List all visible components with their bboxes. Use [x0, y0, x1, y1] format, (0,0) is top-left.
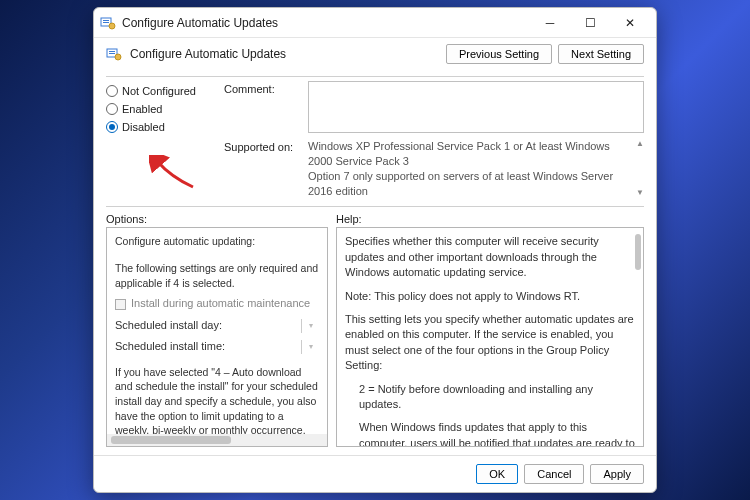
- sched-day-dropdown[interactable]: ▾: [301, 319, 319, 333]
- help-paragraph: Note: This policy does not apply to Wind…: [345, 289, 635, 304]
- apply-button[interactable]: Apply: [590, 464, 644, 484]
- help-paragraph: Specifies whether this computer will rec…: [345, 234, 635, 280]
- help-pane: Specifies whether this computer will rec…: [336, 227, 644, 447]
- help-vscrollbar[interactable]: [635, 234, 641, 270]
- supported-text: Windows XP Professional Service Pack 1 o…: [308, 139, 644, 198]
- window-icon: [100, 15, 116, 31]
- radio-disabled[interactable]: Disabled: [106, 121, 214, 133]
- supported-line: Windows XP Professional Service Pack 1 o…: [308, 139, 630, 169]
- titlebar: Configure Automatic Updates ─ ☐ ✕: [94, 8, 656, 38]
- options-label: Options:: [106, 213, 336, 225]
- gpo-dialog-window: Configure Automatic Updates ─ ☐ ✕ Config…: [93, 7, 657, 493]
- header-row: Configure Automatic Updates Previous Set…: [94, 38, 656, 72]
- comment-textarea[interactable]: [308, 81, 644, 133]
- supported-line: Option 7 only supported on servers of at…: [308, 169, 630, 199]
- checkbox-icon: [115, 299, 126, 310]
- radio-icon: [106, 103, 118, 115]
- svg-rect-6: [109, 53, 115, 54]
- state-radio-group: Not Configured Enabled Disabled: [106, 81, 214, 198]
- radio-label: Disabled: [122, 121, 165, 133]
- comment-label: Comment:: [224, 81, 302, 95]
- sched-time-label: Scheduled install time:: [115, 339, 225, 354]
- help-label: Help:: [336, 213, 362, 225]
- previous-setting-button[interactable]: Previous Setting: [446, 44, 552, 64]
- ok-button[interactable]: OK: [476, 464, 518, 484]
- next-setting-button[interactable]: Next Setting: [558, 44, 644, 64]
- policy-icon: [106, 46, 122, 62]
- svg-point-7: [115, 54, 121, 60]
- svg-rect-1: [103, 20, 109, 21]
- minimize-button[interactable]: ─: [530, 9, 570, 37]
- dialog-footer: OK Cancel Apply: [94, 455, 656, 492]
- svg-point-3: [109, 23, 115, 29]
- checkbox-label: Install during automatic maintenance: [131, 296, 310, 311]
- help-paragraph: This setting lets you specify whether au…: [345, 312, 635, 374]
- svg-rect-2: [103, 22, 109, 23]
- install-maintenance-checkbox[interactable]: Install during automatic maintenance: [115, 296, 319, 311]
- radio-icon: [106, 121, 118, 133]
- help-paragraph: When Windows finds updates that apply to…: [345, 420, 635, 447]
- radio-label: Enabled: [122, 103, 162, 115]
- divider: [106, 206, 644, 207]
- divider: [106, 76, 644, 77]
- options-hscrollbar[interactable]: [107, 434, 327, 446]
- supported-label: Supported on:: [224, 139, 302, 153]
- options-note: The following settings are only required…: [115, 261, 319, 290]
- radio-not-configured[interactable]: Not Configured: [106, 85, 214, 97]
- cancel-button[interactable]: Cancel: [524, 464, 584, 484]
- help-option: 2 = Notify before downloading and instal…: [345, 382, 635, 413]
- radio-label: Not Configured: [122, 85, 196, 97]
- policy-title: Configure Automatic Updates: [130, 47, 438, 61]
- close-button[interactable]: ✕: [610, 9, 650, 37]
- options-pane: Configure automatic updating: The follow…: [106, 227, 328, 447]
- sched-day-label: Scheduled install day:: [115, 318, 222, 333]
- supported-scroll[interactable]: ▲▼: [636, 139, 644, 198]
- radio-enabled[interactable]: Enabled: [106, 103, 214, 115]
- window-title: Configure Automatic Updates: [122, 16, 530, 30]
- radio-icon: [106, 85, 118, 97]
- svg-rect-5: [109, 51, 115, 52]
- maximize-button[interactable]: ☐: [570, 9, 610, 37]
- options-heading: Configure automatic updating:: [115, 234, 319, 249]
- sched-time-dropdown[interactable]: ▾: [301, 340, 319, 354]
